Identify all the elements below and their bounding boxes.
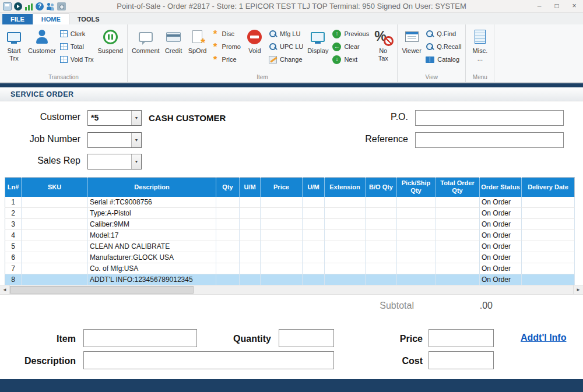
group-label-item: Item (128, 73, 397, 82)
table-row[interactable]: 1Serial #:TC9008756On Order (5, 197, 575, 208)
price-button[interactable]: * Price (212, 54, 241, 65)
tab-home[interactable]: HOME (33, 13, 69, 24)
cell-pick-ship-qty (397, 274, 436, 285)
users-icon[interactable] (46, 2, 55, 10)
void-button[interactable]: Void (243, 26, 266, 73)
cell-um (303, 230, 325, 241)
addtl-info-link[interactable]: Addt'l Info (521, 333, 566, 343)
customer-combobox-value: *5 (88, 111, 131, 125)
window-title: Point-of-Sale - Order #2817 - Store: 1 E… (0, 2, 583, 10)
item-input[interactable] (83, 329, 197, 347)
cell-sku (22, 197, 88, 208)
magnifier-icon (269, 30, 277, 38)
po-input[interactable] (415, 110, 564, 126)
credit-card-icon (166, 32, 181, 42)
cell-ln: 6 (5, 252, 22, 263)
upc-lu-button[interactable]: UPC LU (269, 41, 303, 52)
start-trx-button[interactable]: Start Trx (2, 26, 26, 73)
sales-rep-combobox[interactable]: ▼ (87, 154, 142, 169)
start-icon[interactable] (14, 2, 22, 10)
cell-description: Co. of Mfg:USA (88, 263, 216, 274)
description-input[interactable] (83, 351, 334, 369)
total-button[interactable]: Total (60, 41, 94, 52)
next-button[interactable]: ↓ Next (332, 54, 369, 65)
security-icon[interactable] (57, 2, 66, 10)
cell-sku (22, 230, 88, 241)
cell-sku (22, 252, 88, 263)
job-number-combobox[interactable]: ▼ (87, 132, 142, 148)
q-recall-button[interactable]: Q.Recall (426, 41, 461, 52)
scroll-left-button[interactable]: ◄ (0, 285, 10, 294)
viewer-button[interactable]: Viewer (400, 26, 423, 73)
price-input[interactable] (429, 329, 494, 347)
quick-access-toolbar: ? (0, 2, 66, 10)
table-row[interactable]: 5CLEAN AND CALIBRATEOn Order (5, 241, 575, 252)
cell-pick-ship-qty (397, 230, 436, 241)
catalog-button[interactable]: Catalog (426, 54, 461, 65)
cell-um (303, 241, 325, 252)
print-icon[interactable] (3, 2, 12, 10)
cost-input[interactable] (429, 351, 494, 369)
disc-button[interactable]: * Disc (212, 29, 241, 39)
cell-delivery-date (522, 263, 575, 274)
void-trx-button[interactable]: Void Trx (60, 54, 94, 65)
spord-button[interactable]: * SpOrd (186, 26, 209, 73)
scrollbar-thumb[interactable] (10, 286, 194, 294)
minimize-button[interactable]: – (531, 0, 548, 12)
cell-price (261, 230, 303, 241)
dropdown-button[interactable]: ▼ (131, 111, 141, 125)
cell-bo-qty (366, 230, 397, 241)
button-label: Next (344, 56, 357, 63)
quantity-input[interactable] (279, 329, 334, 347)
no-tax-button[interactable]: % No Tax (371, 26, 395, 73)
comment-button[interactable]: Comment (130, 26, 161, 73)
table-row[interactable]: 2Type:A-PistolOn Order (5, 208, 575, 219)
tab-tools[interactable]: TOOLS (69, 14, 108, 24)
cell-extension (325, 230, 366, 241)
job-number-label: Job Number (12, 134, 80, 144)
display-button[interactable]: Display (305, 26, 330, 73)
suspend-button[interactable]: Suspend (96, 26, 124, 73)
table-row[interactable]: 4Model:17On Order (5, 230, 575, 241)
cell-um (240, 208, 261, 219)
q-find-button[interactable]: Q.Find (426, 29, 461, 39)
button-label: Previous (344, 30, 369, 37)
sunburst-icon: * (201, 39, 205, 46)
customer-combobox[interactable]: *5 ▼ (87, 110, 142, 126)
clerk-button[interactable]: Clerk (60, 29, 94, 39)
clear-button[interactable]: ← Clear (332, 41, 369, 52)
arrow-glyph: ↑ (335, 31, 338, 37)
change-button[interactable]: Change (269, 54, 303, 65)
table-row[interactable]: 7Co. of Mfg:USAOn Order (5, 263, 575, 274)
help-icon[interactable]: ? (36, 2, 44, 10)
reference-input[interactable] (415, 132, 564, 148)
maximize-button[interactable]: □ (548, 0, 566, 12)
promo-button[interactable]: * Promo (212, 41, 241, 52)
horizontal-scrollbar[interactable]: ◄ ► (0, 285, 583, 295)
mfg-lu-button[interactable]: Mfg LU (269, 29, 303, 39)
void-circle-icon (247, 30, 262, 44)
previous-button[interactable]: ↑ Previous (332, 29, 369, 39)
tab-file[interactable]: FILE (2, 14, 33, 24)
document-sun-icon: * (192, 30, 202, 43)
cell-price (261, 208, 303, 219)
button-label: Viewer (402, 47, 421, 55)
dropdown-button[interactable]: ▼ (131, 133, 141, 147)
button-label: Start Trx (4, 47, 24, 62)
credit-button[interactable]: Credit (162, 26, 185, 73)
close-button[interactable]: × (566, 0, 583, 12)
pricing-small-buttons: * Disc * Promo * Price (210, 26, 243, 73)
table-row-selected[interactable]: 8ADDT'L INFO:123456789012345On Order (5, 274, 575, 285)
customer-button[interactable]: Customer (26, 26, 58, 73)
chart-icon[interactable] (24, 2, 33, 10)
cell-bo-qty (366, 274, 397, 285)
price-label: Price (364, 334, 423, 344)
misc-button[interactable]: Misc. ... (468, 26, 491, 73)
table-row[interactable]: 3Caliber:9MMOn Order (5, 219, 575, 230)
dropdown-button[interactable]: ▼ (131, 154, 141, 169)
scroll-right-button[interactable]: ► (573, 285, 583, 294)
table-row[interactable]: 6Manufacturer:GLOCK USAOn Order (5, 252, 575, 263)
customer-name: CASH CUSTOMER (149, 113, 226, 123)
cell-order-status: On Order (480, 219, 522, 230)
sales-rep-combobox-value (88, 154, 131, 169)
